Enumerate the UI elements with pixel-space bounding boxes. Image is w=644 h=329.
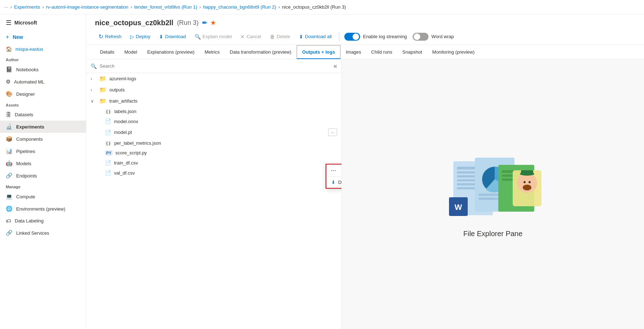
section-label-assets: Assets [0,100,86,109]
cancel-icon: ✕ [240,34,245,40]
word-wrap-toggle-group: Word wrap [413,33,454,41]
sidebar-item-models[interactable]: 🤖 Models [0,157,86,170]
sidebar-item-data-labeling[interactable]: 🏷 Data Labeling [0,215,86,227]
delete-icon: 🗑 [270,34,275,40]
file-item-outputs[interactable]: › 📁 outputs [86,84,341,95]
tab-monitoring[interactable]: Monitoring (preview) [427,46,480,59]
tab-explanations[interactable]: Explanations (preview) [142,46,200,59]
delete-button[interactable]: 🗑 Delete [266,32,294,41]
tab-child-runs[interactable]: Child runs [366,46,398,59]
breadcrumb-experiment-name[interactable]: rv-automl-image-instance-segmentation [46,4,128,10]
file-icon: 📄 [105,118,111,124]
context-menu-dots[interactable]: ··· [326,164,342,177]
environments-label: Environments (preview) [16,206,65,212]
python-icon: PY [105,150,113,156]
file-item-model-onnx[interactable]: 📄 model.onnx ··· [86,116,341,126]
file-tree-panel: 🔍 « › 📁 azureml-logs › 📁 outputs [86,59,342,329]
log-streaming-toggle[interactable] [344,33,360,41]
folder-icon: 📁 [99,75,106,82]
file-name: val_df.csv [114,170,337,176]
sidebar-item-environments[interactable]: 🌐 Environments (preview) [0,203,86,215]
designer-label: Designer [16,91,35,97]
download-all-button[interactable]: ⬇ Download all [295,32,335,41]
tab-snapshot[interactable]: Snapshot [397,46,427,59]
word-wrap-toggle[interactable] [413,33,428,41]
tabs-bar: Details Model Explanations (preview) Met… [86,45,644,59]
delete-label: Delete [277,34,290,39]
file-item-val-df[interactable]: 📄 val_df.csv ··· [86,168,341,178]
sidebar-account[interactable]: 🏠 mispa-eastus [0,43,86,55]
sidebar-new-button[interactable]: + New [0,31,86,43]
file-name: score_script.py [115,150,337,156]
download-all-label: Download all [305,34,332,39]
file-item-per-label-metrics[interactable]: { } per_label_metrics.json ··· [86,138,341,148]
new-label: New [13,34,23,40]
sidebar-item-experiments[interactable]: 🔬 Experiments [0,121,86,133]
breadcrumb-experiments[interactable]: Experiments [14,4,40,10]
toolbar-divider [339,32,339,41]
tab-outputs-logs[interactable]: Outputs + logs [296,45,341,59]
svg-text:W: W [455,203,462,212]
log-streaming-toggle-group: Enable log streaming [344,33,407,41]
download-all-icon: ⬇ [299,34,303,40]
datasets-label: Datasets [15,112,33,117]
file-search-bar: 🔍 « [86,59,341,73]
sidebar-item-linked-services[interactable]: 🔗 Linked Services [0,227,86,239]
file-name: labels.json [114,109,337,114]
pipelines-label: Pipelines [16,149,35,154]
right-panel: W File Explorer Pane [342,59,644,329]
svg-rect-18 [521,170,533,175]
breadcrumb-run2[interactable]: happy_chaconia_bgn68nt9 (Run 2) [203,4,276,10]
refresh-button[interactable]: ↻ Refresh [95,31,125,42]
deploy-label: Deploy [136,34,150,39]
automated-ml-icon: ⚙ [6,78,10,85]
explain-model-button[interactable]: 🔍 Explain model [191,32,236,41]
sidebar-item-datasets[interactable]: 🗄 Datasets [0,109,86,121]
download-button[interactable]: ⬇ Download [155,32,190,41]
json-icon: { } [105,109,112,114]
file-item-train-df[interactable]: 📄 train_df.csv ··· [86,158,341,168]
file-item-train-artifacts[interactable]: ∨ 📁 train_artifacts [86,95,341,107]
sidebar-item-endpoints[interactable]: 🔗 Endpoints [0,170,86,182]
sidebar-item-automated-ml[interactable]: ⚙ Automated ML [0,76,86,88]
sidebar-item-pipelines[interactable]: 📊 Pipelines [0,145,86,157]
breadcrumb-run1[interactable]: tender_forest_vrbl9lvs (Run 1) [134,4,197,10]
notebooks-icon: 📓 [6,66,13,73]
explain-icon: 🔍 [195,34,201,40]
context-menu-download[interactable]: ⬇ Download [326,177,342,188]
tab-metrics[interactable]: Metrics [200,46,225,59]
cancel-button[interactable]: ✕ Cancel [237,32,264,41]
sidebar-item-notebooks[interactable]: 📓 Notebooks [0,63,86,76]
linked-services-icon: 🔗 [6,230,13,236]
sidebar-item-compute[interactable]: 💻 Compute [0,190,86,203]
tab-details[interactable]: Details [95,46,119,59]
plus-icon: + [6,34,9,40]
menu-button[interactable]: ☰ Microsoft [0,14,86,31]
file-search-input[interactable] [100,63,331,69]
file-item-score-script[interactable]: PY score_script.py ··· [86,148,341,158]
compute-icon: 💻 [6,193,13,200]
tab-data-transformation[interactable]: Data transformation (preview) [225,46,296,59]
file-explorer-layout: 🔍 « › 📁 azureml-logs › 📁 outputs [86,59,644,329]
star-icon[interactable]: ★ [210,19,216,26]
chevron-down-icon: ∨ [91,99,96,104]
automated-ml-label: Automated ML [14,79,45,85]
file-item-azureml-logs[interactable]: › 📁 azureml-logs [86,73,341,84]
chevron-right-icon: › [91,87,96,93]
datasets-icon: 🗄 [6,112,11,118]
sidebar-item-designer[interactable]: 🎨 Designer [0,88,86,100]
file-item-labels-json[interactable]: { } labels.json ··· [86,107,341,116]
context-download-label: Download [338,180,342,185]
file-more-button[interactable]: ··· [328,129,337,136]
tab-images[interactable]: Images [341,46,366,59]
collapse-button[interactable]: « [334,62,337,70]
file-name: model.pt [114,130,325,135]
tab-model[interactable]: Model [119,46,142,59]
edit-icon[interactable]: ✏ [202,19,207,26]
file-item-model-pt[interactable]: 📄 model.pt ··· [86,126,341,138]
file-icon: 📄 [105,160,111,166]
sidebar-item-components[interactable]: 📦 Components [0,133,86,145]
breadcrumb-dots[interactable]: ··· [4,4,8,10]
environments-icon: 🌐 [6,206,13,212]
deploy-button[interactable]: ▷ Deploy [127,32,154,41]
